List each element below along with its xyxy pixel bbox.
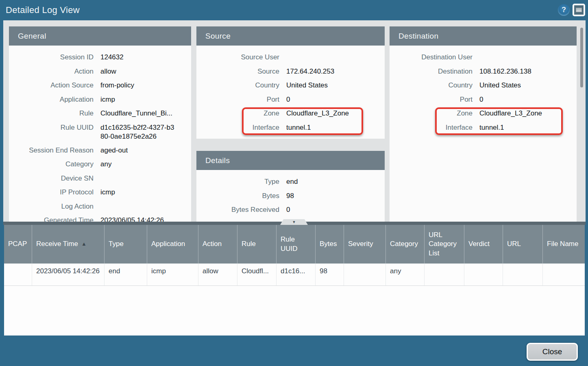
field-row-category: Categoryany (9, 157, 191, 172)
close-button-label: Close (542, 347, 562, 356)
field-row-rule-uuid: Rule UUIDd1c16235-b2f2-4327-b380-0ae1875… (9, 121, 191, 144)
log-table-row[interactable]: 2023/06/05 14:42:26 end icmp allow Cloud… (4, 264, 585, 286)
column-header-file-name[interactable]: File Name (542, 225, 585, 264)
field-row-source-country: CountryUnited States (196, 78, 385, 93)
field-label: Bytes Received (196, 203, 279, 217)
field-row-source-zone: ZoneCloudflare_L3_Zone (196, 107, 385, 121)
cell-file-name (542, 264, 585, 285)
column-header-label: URL Category List (429, 231, 460, 257)
dialog-title: Detailed Log View (0, 5, 80, 15)
field-row-bytes: Bytes98 (196, 189, 385, 203)
cell-application: icmp (147, 264, 198, 285)
cell-rule-uuid: d1c16... (276, 264, 315, 285)
field-value: 0 (279, 93, 290, 107)
cell-severity (344, 264, 385, 285)
field-row-destination-zone: ZoneCloudflare_L3_Zone (390, 107, 577, 121)
column-header-rule-uuid[interactable]: Rule UUID (276, 225, 315, 264)
field-label: IP Protocol (9, 185, 94, 200)
column-header-label: Verdict (468, 240, 490, 248)
field-label: Destination (390, 65, 473, 79)
column-header-label: Rule UUID (281, 235, 311, 253)
field-value: d1c16235-b2f2-4327-b380-0ae1875e2a26 (94, 121, 177, 141)
field-label: Generated Time (9, 214, 94, 222)
column-header-url[interactable]: URL (503, 225, 542, 264)
chevron-down-icon: ▼ (292, 219, 296, 225)
window-restore-icon[interactable] (573, 4, 585, 16)
close-button[interactable]: Close (527, 343, 578, 361)
splitter-collapse-handle[interactable]: ▼ (280, 219, 308, 225)
column-header-verdict[interactable]: Verdict (464, 225, 503, 264)
column-header-label: URL (507, 240, 521, 248)
field-value: United States (473, 78, 521, 93)
field-row-destination: Destination108.162.236.138 (390, 65, 577, 79)
window-restore-icon-inner (574, 5, 584, 15)
sort-ascending-icon: ▲ (81, 241, 87, 248)
column-header-label: PCAP (8, 240, 27, 248)
field-row-session-end-reason: Session End Reasonaged-out (9, 144, 191, 158)
log-detail-frame: General Session ID124632 Actionallow Act… (3, 20, 586, 222)
column-header-receive-time[interactable]: Receive Time▲ (32, 225, 104, 264)
field-row-destination-user: Destination User (390, 50, 577, 65)
field-value: from-policy (94, 78, 134, 93)
field-label: Port (390, 93, 473, 107)
field-value: end (279, 175, 298, 189)
details-panel-header: Details (196, 151, 385, 170)
column-header-type[interactable]: Type (104, 225, 147, 264)
column-header-rule[interactable]: Rule (237, 225, 276, 264)
cell-rule: Cloudfl... (237, 264, 276, 285)
field-value: 2023/06/05 14:42:26 (94, 214, 164, 222)
field-label: Type (196, 175, 279, 189)
cell-action: allow (198, 264, 237, 285)
cell-receive-time: 2023/06/05 14:42:26 (32, 264, 104, 285)
vertical-scrollbar-thumb[interactable] (580, 28, 583, 87)
field-value: tunnel.1 (279, 121, 311, 135)
field-row-rule: RuleCloudflare_Tunnel_Bi... (9, 107, 191, 121)
field-label: Destination User (390, 50, 473, 65)
column-header-action[interactable]: Action (198, 225, 237, 264)
details-panel-body: Typeend Bytes98 Bytes Received0 (196, 170, 385, 217)
column-header-url-category-list[interactable]: URL Category List (424, 225, 464, 264)
column-header-label: Bytes (320, 240, 337, 248)
field-row-source-port: Port0 (196, 93, 385, 107)
destination-panel-header: Destination (390, 26, 577, 46)
column-header-category[interactable]: Category (385, 225, 424, 264)
field-row-ip-protocol: IP Protocolicmp (9, 185, 191, 200)
cell-verdict (464, 264, 503, 285)
field-row-destination-country: CountryUnited States (390, 78, 577, 93)
field-value: Cloudflare_L3_Zone (473, 107, 542, 121)
title-bar: Detailed Log View ? (0, 0, 588, 20)
column-header-severity[interactable]: Severity (344, 225, 385, 264)
field-row-source-user: Source User (196, 50, 385, 65)
field-label: Zone (196, 107, 279, 121)
field-label: Session ID (9, 50, 94, 65)
field-row-bytes-received: Bytes Received0 (196, 203, 385, 217)
column-header-label: Rule (242, 240, 256, 248)
field-value: aged-out (94, 144, 128, 158)
field-value: allow (94, 65, 116, 79)
field-value: 0 (473, 93, 483, 107)
source-panel: Source Source User Source172.64.240.253 … (196, 26, 385, 139)
field-row-destination-interface: Interfacetunnel.1 (390, 121, 577, 135)
field-row-action-source: Action Sourcefrom-policy (9, 78, 191, 93)
detailed-log-view-dialog: Detailed Log View ? General Session ID12… (0, 0, 588, 366)
field-row-device-sn: Device SN (9, 172, 191, 186)
column-header-label: Category (390, 240, 418, 248)
field-row-type: Typeend (196, 175, 385, 189)
source-panel-header: Source (196, 26, 385, 46)
field-value: any (94, 157, 111, 172)
cell-url (503, 264, 542, 285)
field-row-destination-port: Port0 (390, 93, 577, 107)
field-label: Rule UUID (9, 121, 94, 135)
column-header-bytes[interactable]: Bytes (315, 225, 344, 264)
field-row-log-action: Log Action (9, 200, 191, 214)
column-header-pcap[interactable]: PCAP (4, 225, 32, 264)
column-header-application[interactable]: Application (147, 225, 198, 264)
general-panel: General Session ID124632 Actionallow Act… (9, 26, 191, 222)
column-header-label: Action (203, 240, 222, 248)
field-value: Cloudflare_L3_Zone (279, 107, 349, 121)
help-icon[interactable]: ? (558, 4, 570, 16)
field-label: Country (196, 78, 279, 93)
field-label: Bytes (196, 189, 279, 203)
field-label: Country (390, 78, 473, 93)
cell-category: any (385, 264, 424, 285)
